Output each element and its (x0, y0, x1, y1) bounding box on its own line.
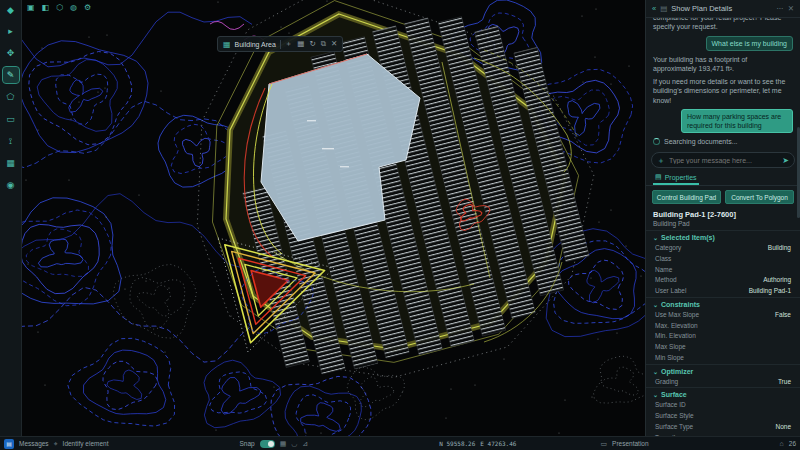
property-sections: ⌄Selected Item(s)CategoryBuildingClassNa… (646, 230, 800, 436)
rotate-icon[interactable]: ↻ (309, 39, 315, 49)
presentation-label[interactable]: Presentation (612, 440, 649, 447)
property-label: Surface Type (655, 423, 693, 432)
section-label: Optimizer (661, 368, 693, 375)
property-label: Class (655, 255, 671, 264)
north-coordinate-readout: N 59558.26 (439, 440, 475, 447)
identify-icon[interactable]: ⌖ (54, 440, 58, 448)
add-icon[interactable]: ＋ (285, 39, 293, 49)
section-header[interactable]: ⌄Optimizer (646, 365, 800, 377)
tab-properties[interactable]: ▤ Properties (646, 172, 800, 186)
messages-label[interactable]: Messages (19, 440, 49, 447)
messages-icon[interactable]: ▤ (4, 439, 14, 449)
globe-icon[interactable]: ◍ (70, 3, 77, 12)
chevron-down-icon: ⌄ (653, 391, 658, 398)
attach-icon[interactable]: ＋ (657, 155, 665, 166)
status-bar: ▤ Messages ⌖ Identify element Snap ▦ ◡ ⊿… (0, 436, 800, 450)
properties-actions: Control Building PadConvert To Polygon (646, 186, 800, 208)
close-panel-icon[interactable]: ✕ (788, 4, 794, 13)
object-snap-icon[interactable]: ◡ (291, 440, 297, 448)
angle-snap-icon[interactable]: ⊿ (302, 440, 308, 448)
more-options-icon[interactable]: ⋯ (776, 4, 784, 13)
suggested-question-chip[interactable]: What else is my building (706, 36, 793, 51)
grid-snap-icon[interactable]: ▦ (280, 440, 287, 448)
section-header[interactable]: ⌄Selected Item(s) (646, 231, 800, 243)
close-icon[interactable]: ✕ (331, 39, 337, 49)
building-area-icon: ▦ (223, 40, 231, 49)
section-header[interactable]: ⌄Surface (646, 388, 800, 400)
property-label: Min. Elevation (655, 332, 696, 341)
property-row: Class (646, 254, 800, 265)
pan-tool[interactable]: ✥ (3, 45, 19, 61)
property-row: MethodAuthoring (646, 275, 800, 286)
snap-toggle[interactable] (260, 440, 275, 448)
convert-to-polygon-button[interactable]: Convert To Polygon (725, 190, 794, 204)
left-toolbar: ▸✥✎⬠▭⟟▦◉ (3, 23, 19, 193)
home-icon[interactable]: ⌂ (780, 440, 784, 447)
measure-tool[interactable]: ⟟ (3, 133, 19, 149)
property-section: ⌄Selected Item(s)CategoryBuildingClassNa… (646, 230, 800, 297)
property-value[interactable]: Building (768, 244, 791, 253)
property-row: Surface Style (646, 411, 800, 422)
property-section: ⌄ConstraintsUse Max SlopeFalseMax. Eleva… (646, 297, 800, 364)
property-row: Surface TypeNone (646, 422, 800, 433)
camera-tool[interactable]: ◉ (3, 177, 19, 193)
suggested-question-chip[interactable]: How many parking spaces are required for… (681, 109, 793, 133)
app-logo: ◆ (4, 3, 18, 17)
chat-message: If you need more details or want to see … (646, 75, 800, 107)
property-section: ⌄OptimizerGradingTrue (646, 364, 800, 388)
identify-element-label[interactable]: Identify element (63, 440, 109, 447)
chat-input[interactable] (669, 157, 778, 164)
property-label: Name (655, 266, 672, 275)
property-row: Max Slope (646, 342, 800, 353)
property-label: User Label (655, 287, 686, 296)
property-value[interactable]: Building Pad-1 (749, 287, 791, 296)
viewport-canvas[interactable]: ▣◧⬡◍⚙ ▦ Building Area ＋▦↻⧉✕ (22, 0, 645, 436)
chat-status-text: Searching documents... (664, 138, 738, 145)
section-label: Constraints (661, 301, 700, 308)
chevron-down-icon: ⌄ (653, 301, 658, 308)
panel-header: « ▤ Show Plan Details ⋯ ✕ (646, 0, 800, 18)
property-row: CategoryBuilding (646, 243, 800, 254)
floating-toolbar-actions: ＋▦↻⧉✕ (285, 39, 338, 49)
property-row: Name (646, 265, 800, 276)
settings-icon[interactable]: ⚙ (84, 3, 91, 12)
presentation-icon[interactable]: ▭ (600, 440, 607, 448)
chevron-down-icon: ⌄ (653, 368, 658, 375)
right-panel: « ▤ Show Plan Details ⋯ ✕ requirements, … (645, 0, 800, 436)
east-coordinate-readout: E 47263.46 (480, 440, 516, 447)
property-row: Min. Elevation (646, 331, 800, 342)
property-value[interactable]: False (775, 311, 791, 320)
property-label: Grading (655, 378, 678, 387)
cad-drawing (22, 0, 645, 436)
chat-message: requirements, setbacks, or other zoning … (646, 18, 800, 34)
control-building-pad-button[interactable]: Control Building Pad (652, 190, 721, 204)
property-value[interactable]: True (778, 378, 791, 387)
terrain-icon[interactable]: ⬡ (56, 3, 63, 12)
rectangle-tool[interactable]: ▭ (3, 111, 19, 127)
layers-icon[interactable]: ◧ (42, 3, 50, 12)
selection-subtitle: Building Pad (653, 220, 793, 227)
scale-readout: 26 (789, 440, 796, 447)
properties-icon: ▤ (655, 173, 662, 181)
property-value[interactable]: None (775, 423, 791, 432)
property-value[interactable]: Authoring (763, 276, 791, 285)
link-icon[interactable]: ⧉ (321, 39, 326, 49)
grid-icon[interactable]: ▦ (297, 39, 304, 49)
select-tool[interactable]: ▸ (3, 23, 19, 39)
draw-tool[interactable]: ✎ (3, 67, 19, 83)
property-label: Method (655, 276, 677, 285)
grid-tool[interactable]: ▦ (3, 155, 19, 171)
chevron-down-icon: ⌄ (653, 234, 658, 241)
snap-label: Snap (239, 440, 254, 447)
section-label: Surface (661, 391, 687, 398)
polygon-tool[interactable]: ⬠ (3, 89, 19, 105)
selection-title-block: Building Pad-1 [2-7600] Building Pad (646, 208, 800, 230)
section-header[interactable]: ⌄Constraints (646, 298, 800, 310)
panel-title: Show Plan Details (671, 4, 772, 13)
collapse-panel-icon[interactable]: « (652, 4, 656, 13)
properties-tab-label: Properties (665, 174, 697, 181)
floating-toolbar: ▦ Building Area ＋▦↻⧉✕ (217, 36, 343, 52)
cube-icon[interactable]: ▣ (27, 3, 35, 12)
send-icon[interactable]: ➤ (782, 156, 789, 165)
app-window: ◆ ▸✥✎⬠▭⟟▦◉ (0, 0, 800, 436)
